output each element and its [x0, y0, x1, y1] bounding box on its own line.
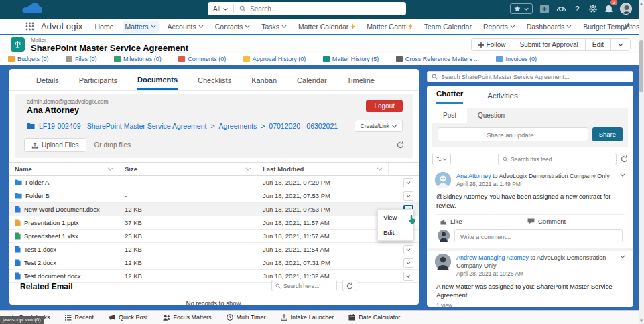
add-icon[interactable] [539, 4, 550, 14]
refresh-icon[interactable] [621, 155, 628, 163]
subtab-budgets[interactable]: Budgets (0) [8, 56, 49, 62]
utility-quick-post[interactable]: Quick Post [109, 314, 148, 321]
edit-nav-pencil-icon[interactable] [623, 23, 631, 30]
mention-link[interactable]: @Sidney Attorney [436, 193, 487, 200]
refresh-icon[interactable] [397, 141, 404, 149]
create-link-button[interactable]: Create/Link [355, 120, 403, 132]
breadcrumb-segment[interactable]: 07012020 - 06302021 [269, 122, 338, 130]
utility-date-calculator[interactable]: Date Calculator [348, 314, 400, 321]
menu-item-edit[interactable]: Edit [378, 225, 413, 240]
avatar[interactable] [435, 172, 451, 188]
comment-button[interactable]: Comment [527, 218, 566, 225]
search-scope-dropdown[interactable]: All [208, 4, 234, 13]
feed-sort-button[interactable] [432, 153, 451, 165]
nav-tab-home[interactable]: Home [92, 21, 117, 33]
row-actions-button[interactable] [403, 258, 413, 268]
global-search-input[interactable] [246, 5, 406, 13]
table-row[interactable]: Test 1.docx 12 KB Jun 18, 2021, 11:54 AM [9, 243, 419, 256]
column-header-name[interactable]: Name [9, 163, 119, 175]
related-email-refresh-button[interactable] [342, 280, 357, 291]
refresh-icon [346, 282, 353, 289]
subtab-milestones[interactable]: Milestones (0) [114, 56, 162, 62]
table-row[interactable]: Presentation 1.pptx 37 KB Jun 18, 2021, … [9, 216, 419, 230]
nav-tab-matters[interactable]: Matters [123, 21, 159, 33]
logout-button[interactable]: Logout [366, 100, 403, 112]
edit-button[interactable]: Edit [585, 39, 610, 50]
nav-tab-budget-templates[interactable]: Budget Templates [580, 21, 644, 33]
share-button[interactable]: Share [592, 127, 623, 141]
tab-chatter[interactable]: Chatter [436, 90, 463, 104]
favorites-button[interactable] [510, 3, 533, 14]
scroll-down-arrow[interactable]: ▼ [639, 317, 644, 324]
utility-intake-launcher[interactable]: Intake Launcher [281, 314, 334, 321]
nav-tab-tasks[interactable]: Tasks [259, 21, 289, 33]
row-actions-button[interactable] [403, 245, 413, 254]
nav-tab-matter-gantt[interactable]: Matter Gantt [364, 21, 415, 33]
setup-orbit-icon[interactable] [556, 5, 566, 13]
subtab-approval-history[interactable]: Approval History (0) [243, 56, 306, 62]
table-row[interactable]: Test document.docx 12 KB Jun 18, 2021, 1… [9, 270, 419, 283]
upload-files-button[interactable]: Upload Files [24, 138, 86, 152]
tab-activities[interactable]: Activities [487, 92, 517, 104]
user-avatar[interactable] [620, 3, 632, 15]
tab-participants[interactable]: Participants [79, 70, 117, 89]
table-row[interactable]: Folder A - Jun 18, 2021, 07:29 PM [9, 176, 419, 189]
table-row[interactable]: Test 2.docx 12 KB Jun 18, 2021, 07:31 PM [9, 256, 419, 270]
feed-item-menu-icon[interactable] [620, 173, 625, 177]
menu-item-view[interactable]: View [378, 210, 413, 225]
author-link[interactable]: Andrew Managing Attorney [456, 254, 529, 261]
tab-details[interactable]: Details [36, 70, 59, 89]
approval-history-icon [243, 56, 250, 62]
tab-checklists[interactable]: Checklists [198, 70, 231, 89]
row-actions-button[interactable] [403, 178, 413, 187]
feed-search-input[interactable] [508, 156, 612, 163]
nav-tab-matter-calendar[interactable]: Matter Calendar [296, 21, 358, 33]
tab-kanban[interactable]: Kanban [251, 70, 277, 89]
feed-item-menu-icon[interactable] [620, 255, 625, 258]
avatar[interactable] [435, 254, 451, 270]
notifications-button[interactable]: 2 [604, 3, 613, 15]
scroll-up-arrow[interactable]: ▲ [639, 0, 644, 7]
help-icon[interactable]: ? [573, 5, 582, 13]
row-actions-button[interactable] [403, 191, 413, 201]
row-actions-button[interactable] [403, 272, 413, 281]
like-button[interactable]: Like [440, 218, 527, 225]
utility-focus-matters[interactable]: Focus Matters [163, 314, 212, 321]
subtab-cross-reference[interactable]: Cross Reference Matters ... [396, 56, 479, 62]
table-row[interactable]: Folder B - Jun 18, 2021, 07:53 PM [9, 189, 419, 203]
vertical-scrollbar[interactable]: ▲ ▼ [639, 0, 644, 324]
utility-multi-timer[interactable]: Multi Timer [227, 314, 266, 321]
related-email-search-input[interactable] [281, 282, 333, 289]
author-link[interactable]: Ana Attorney [456, 173, 491, 179]
app-launcher-icon[interactable] [25, 22, 34, 31]
subtab-comments[interactable]: Comments (0) [178, 56, 226, 62]
nav-tab-reports[interactable]: Reports [480, 21, 518, 33]
contextual-search-input[interactable] [438, 74, 629, 80]
breadcrumb-segment[interactable]: LF19-002409 - SharePoint Master Service … [39, 122, 206, 130]
subtab-invoices[interactable]: Invoices (0) [496, 56, 537, 62]
column-header-modified[interactable]: Last Modified [257, 163, 389, 175]
utility-recent[interactable]: Recent [65, 314, 94, 321]
tab-calendar[interactable]: Calendar [297, 70, 327, 89]
tab-timeline[interactable]: Timeline [347, 70, 375, 89]
more-actions-button[interactable] [610, 39, 630, 50]
follow-button[interactable]: Follow [472, 39, 513, 50]
table-row-selected[interactable]: New Word Document.docx 12 KB Jun 18, 202… [9, 203, 419, 216]
scrollbar-thumb[interactable] [639, 40, 643, 92]
nav-tab-team-calendar[interactable]: Team Calendar [422, 21, 474, 33]
nav-tab-contacts[interactable]: Contacts [212, 21, 253, 33]
comment-input[interactable] [455, 231, 622, 243]
breadcrumb-segment[interactable]: Agreements [219, 122, 257, 130]
publisher-tab-post[interactable]: Post [432, 108, 467, 123]
share-update-input[interactable] [438, 129, 588, 141]
subtab-matter-history[interactable]: Matter History (5) [323, 56, 379, 62]
tab-documents[interactable]: Documents [137, 70, 178, 90]
nav-tab-accounts[interactable]: Accounts [165, 21, 206, 33]
column-header-size[interactable]: Size [119, 163, 257, 175]
publisher-tab-question[interactable]: Question [467, 108, 515, 123]
subtab-files[interactable]: Files (0) [66, 56, 97, 62]
gear-icon[interactable] [588, 4, 598, 13]
table-row[interactable]: Spreadsheet 1.xlsx 25 KB Jun 18, 2021, 1… [9, 230, 419, 243]
submit-for-approval-button[interactable]: Submit for Approval [513, 39, 585, 50]
nav-tab-dashboards[interactable]: Dashboards [524, 21, 575, 33]
